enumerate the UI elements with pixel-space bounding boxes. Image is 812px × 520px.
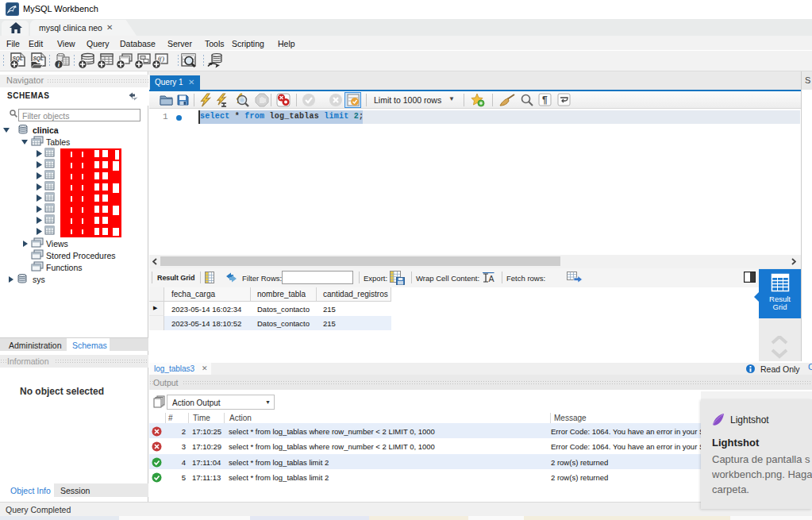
svg-text:¶: ¶: [542, 94, 548, 106]
svg-text:A: A: [489, 274, 495, 283]
svg-text:SQL: SQL: [33, 56, 44, 62]
